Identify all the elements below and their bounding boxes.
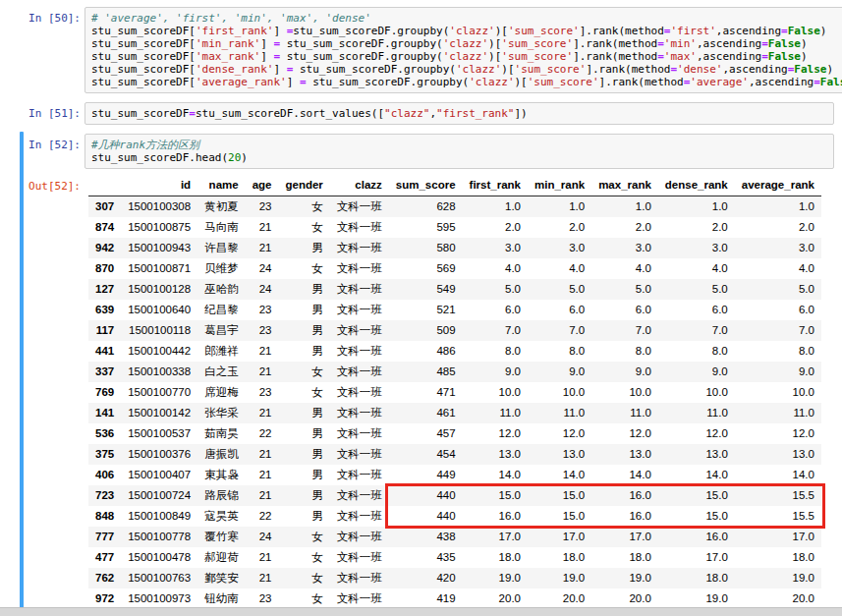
table-cell: 19.0 <box>463 568 528 588</box>
table-cell: 10.0 <box>658 382 735 403</box>
row-index: 723 <box>88 485 121 506</box>
table-cell: 16.0 <box>591 485 658 506</box>
table-cell: 17.0 <box>735 527 821 547</box>
code-line: stu_sum_scoreDF=stu_sum_scoreDF.sort_val… <box>91 107 827 120</box>
table-cell: 9.0 <box>658 362 735 382</box>
table-cell: 7.0 <box>463 320 528 341</box>
table-cell: 13.0 <box>528 444 591 465</box>
code-token: 20 <box>228 151 241 164</box>
table-cell: 1.0 <box>591 196 658 218</box>
table-cell: 女 <box>278 196 329 218</box>
column-header: gender <box>278 175 329 196</box>
table-cell: 12.0 <box>591 423 658 444</box>
table-cell: 12.0 <box>735 423 821 444</box>
table-cell: 440 <box>389 485 463 506</box>
table-cell: 1500100407 <box>121 465 197 485</box>
table-cell: 22 <box>246 506 279 527</box>
code-token: = <box>300 76 307 88</box>
table-cell: 男 <box>278 320 329 341</box>
table-cell: 1500100338 <box>121 362 197 382</box>
code-token: )[ <box>488 37 501 50</box>
code-token: "first_rank" <box>436 107 514 120</box>
table-cell: 张华采 <box>197 403 246 423</box>
notebook: In [50]: # 'average', 'first', 'min', 'm… <box>0 0 842 615</box>
table-cell: 文科一班 <box>330 341 389 362</box>
table-cell: 1500100849 <box>121 506 197 527</box>
code-token: = <box>761 50 768 63</box>
code-token: 'clazz' <box>469 76 514 88</box>
table-cell: 5.0 <box>735 279 821 300</box>
code-token: stu_sum_scoreDF.groupby( <box>293 25 449 37</box>
table-cell: 8.0 <box>528 341 591 362</box>
table-cell: 文科一班 <box>330 423 389 444</box>
code-token: ].rank(method <box>599 76 684 88</box>
table-cell: 文科一班 <box>330 382 389 403</box>
column-header: clazz <box>330 175 389 196</box>
table-cell: 16.0 <box>658 527 735 547</box>
table-cell: 9.0 <box>528 362 591 382</box>
table-cell: 19.0 <box>735 568 821 588</box>
table-row: 9721500100973钮幼南23女文科一班41920.020.020.019… <box>88 588 821 609</box>
table-cell: 文科一班 <box>330 547 389 568</box>
table-row: 8741500100875马向南21女文科一班5952.02.02.02.02.… <box>88 217 821 238</box>
table-cell: 14.0 <box>658 465 735 485</box>
code-editor[interactable]: stu_sum_scoreDF=stu_sum_scoreDF.sort_val… <box>84 102 834 125</box>
table-cell: 4.0 <box>658 258 735 279</box>
table-cell: 11.0 <box>463 403 528 423</box>
code-editor[interactable]: # 'average', 'first', 'min', 'max', 'den… <box>84 7 842 93</box>
table-cell: 10.0 <box>591 382 658 403</box>
table-cell: 20.0 <box>735 588 821 609</box>
code-token: ) <box>801 37 808 50</box>
table-cell: 5.0 <box>591 279 658 300</box>
table-cell: 3.0 <box>528 238 591 258</box>
input-prompt: In [52]: <box>24 134 84 151</box>
table-cell: 许昌黎 <box>197 238 246 258</box>
row-index: 769 <box>88 382 121 403</box>
table-cell: 17.0 <box>463 527 528 547</box>
table-cell: 3.0 <box>463 238 528 258</box>
table-cell: 15.5 <box>735 485 821 506</box>
table-cell: 18.0 <box>735 547 821 568</box>
column-header: max_rank <box>591 175 658 196</box>
code-editor[interactable]: #几种rank方法的区别stu_sum_scoreDF.head(20) <box>84 134 834 169</box>
table-row: 5361500100537茹南昊22男文科一班45712.012.012.012… <box>88 423 821 444</box>
table-cell: 454 <box>389 444 463 465</box>
row-index: 441 <box>88 341 121 362</box>
table-cell: 女 <box>278 217 329 238</box>
code-token: ) <box>826 63 833 76</box>
table-cell: 569 <box>389 258 463 279</box>
table-cell: 1500100778 <box>121 527 197 547</box>
code-token: ].rank(method <box>580 25 664 37</box>
row-index: 536 <box>88 423 121 444</box>
code-token: 'min' <box>664 37 697 50</box>
table-cell: 19.0 <box>528 568 591 588</box>
table-cell: 6.0 <box>528 300 591 320</box>
table-cell: 14.0 <box>528 465 591 485</box>
table-cell: 11.0 <box>735 403 821 423</box>
table-cell: 21 <box>246 341 279 362</box>
table-cell: 14.0 <box>591 465 658 485</box>
column-header: name <box>197 175 246 196</box>
code-token: ,ascending <box>697 50 761 63</box>
code-token: stu_sum_scoreDF[ <box>91 63 196 76</box>
code-token: ) <box>801 50 808 63</box>
table-cell: 文科一班 <box>330 258 389 279</box>
table-cell: 15.0 <box>658 506 735 527</box>
table-cell: 438 <box>389 527 463 547</box>
table-cell: 男 <box>278 238 329 258</box>
table-cell: 1.0 <box>658 196 735 218</box>
table-cell: 24 <box>246 279 279 300</box>
table-cell: 13.0 <box>463 444 528 465</box>
table-cell: 471 <box>389 382 463 403</box>
table-cell: 1500100308 <box>121 196 197 218</box>
table-cell: 18.0 <box>528 547 591 568</box>
dataframe-table: idnameagegenderclazzsum_scorefirst_rankm… <box>88 175 821 609</box>
row-index: 639 <box>88 300 121 320</box>
code-token: = <box>657 50 664 63</box>
table-cell: 16.0 <box>463 506 528 527</box>
code-token: 'sum_score' <box>515 63 587 76</box>
code-token: 'max' <box>664 50 697 63</box>
table-cell: 女 <box>278 568 329 588</box>
table-cell: 茹南昊 <box>197 423 246 444</box>
code-token: = <box>814 76 820 88</box>
